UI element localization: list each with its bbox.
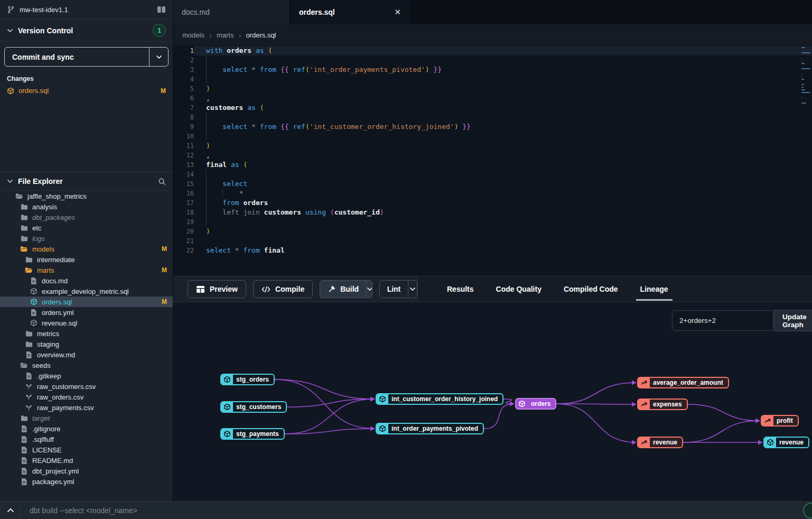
result-tab-code-quality[interactable]: Code Quality <box>496 276 542 302</box>
code-editor[interactable]: 1with orders as (23 select * from {{ ref… <box>173 45 812 276</box>
tree-item-models[interactable]: modelsM <box>0 244 173 254</box>
tree-item-label: overview.md <box>37 351 75 359</box>
tree-item-orders-yml[interactable]: orders.yml <box>0 307 173 318</box>
update-graph-button[interactable]: Update Graph <box>774 310 812 331</box>
lineage-node-revenue_metric[interactable]: revenue <box>637 437 683 448</box>
tree-item-packages-yml[interactable]: packages.yml <box>0 476 173 487</box>
modified-badge: M <box>162 298 167 305</box>
build-button[interactable]: Build <box>320 280 372 298</box>
tree-item-raw-orders-csv[interactable]: raw_orders.csv <box>0 392 173 402</box>
tree-item-raw-payments-csv[interactable]: raw_payments.csv <box>0 402 173 413</box>
file-icon <box>20 436 29 443</box>
tree-item-seeds[interactable]: seeds <box>0 360 173 370</box>
line-number: 1 <box>173 46 194 55</box>
tab-docs-md[interactable]: docs.md <box>173 0 291 24</box>
tree-item-example-develop-metric-sql[interactable]: example_develop_metric.sql <box>0 286 173 296</box>
result-tab-lineage[interactable]: Lineage <box>640 276 668 302</box>
metric-chart-icon <box>638 378 650 387</box>
tab-orders-sql[interactable]: orders.sql✕ <box>291 0 410 24</box>
close-tab-icon[interactable]: ✕ <box>394 7 401 17</box>
code-line-content: customers as ( <box>206 103 264 113</box>
compile-button[interactable]: Compile <box>253 280 313 298</box>
lineage-node-profit[interactable]: profit <box>761 415 799 427</box>
metric-chart-icon <box>638 400 650 409</box>
result-tab-results[interactable]: Results <box>447 276 474 302</box>
code-line-14: 14 <box>173 170 812 179</box>
tree-item-overview-md[interactable]: overview.md <box>0 349 173 360</box>
tree-item-target[interactable]: target <box>0 413 173 423</box>
changes-label: Changes <box>0 71 173 85</box>
changed-file-row[interactable]: orders.sql M <box>0 85 173 96</box>
file-icon <box>20 447 29 453</box>
command-bar-expand-icon[interactable] <box>0 502 21 519</box>
line-number: 11 <box>173 141 194 151</box>
tree-item--sqlfluff[interactable]: .sqlfluff <box>0 434 173 444</box>
tree-item-logs[interactable]: logs <box>0 233 173 244</box>
panels-toggle-icon[interactable] <box>157 6 166 13</box>
tree-item-dbt-packages[interactable]: dbt_packages <box>0 212 173 223</box>
breadcrumb-item[interactable]: marts <box>217 31 234 39</box>
tree-item-analysis[interactable]: analysis <box>0 201 173 212</box>
file-tree: jaffle_shop_metricsanalysisdbt_packagese… <box>0 186 173 501</box>
tree-item-marts[interactable]: martsM <box>0 265 173 275</box>
lineage-node-int_order_payments_pivoted[interactable]: int_order_payments_pivoted <box>376 423 484 434</box>
version-control-header[interactable]: Version Control 1 <box>0 20 173 42</box>
modified-badge: M <box>161 87 166 95</box>
lineage-node-orders[interactable]: orders <box>515 398 556 410</box>
file-icon <box>29 309 38 316</box>
tree-item-readme-md[interactable]: README.md <box>0 455 173 466</box>
lineage-edge-stg_orders-to-int_customer_order_history_joined <box>275 379 375 399</box>
lineage-node-revenue_model[interactable]: revenue <box>763 437 809 448</box>
tree-item-etc[interactable]: etc <box>0 223 173 233</box>
lineage-node-label: int_customer_order_history_joined <box>388 394 502 404</box>
code-line-content: ) <box>206 227 210 236</box>
lineage-node-int_customer_order_history_joined[interactable]: int_customer_order_history_joined <box>376 393 503 405</box>
tree-item-staging[interactable]: staging <box>0 339 173 349</box>
editor-tabbar: docs.mdorders.sql✕ <box>173 0 812 24</box>
tree-item-raw-customers-csv[interactable]: raw_customers.csv <box>0 381 173 392</box>
chevron-down-icon <box>7 29 13 33</box>
lineage-node-expenses[interactable]: expenses <box>637 398 688 410</box>
code-line-4: 4 <box>173 75 812 84</box>
line-number: 21 <box>173 236 194 246</box>
search-icon[interactable] <box>158 178 166 186</box>
tree-item-orders-sql[interactable]: orders.sqlM <box>0 296 173 307</box>
lineage-selector-input[interactable]: 2+orders+2 <box>672 310 773 331</box>
lineage-node-stg_orders[interactable]: stg_orders <box>220 374 275 385</box>
tree-item-intermediate[interactable]: intermediate <box>0 254 173 265</box>
file-icon <box>24 351 33 358</box>
file-icon <box>24 373 33 379</box>
lint-button[interactable]: Lint <box>379 280 417 298</box>
minimap-line <box>801 52 810 53</box>
tree-item-metrics[interactable]: metrics <box>0 328 173 339</box>
result-tabs: ResultsCode QualityCompiled CodeLineage <box>417 276 812 302</box>
commit-and-sync-button[interactable]: Commit and sync <box>4 47 169 67</box>
tree-item--gitignore[interactable]: .gitignore <box>0 423 173 434</box>
result-tab-compiled-code[interactable]: Compiled Code <box>564 276 618 302</box>
breadcrumb-item[interactable]: orders.sql <box>246 31 276 39</box>
line-number: 15 <box>173 179 194 189</box>
tree-item-label: packages.yml <box>32 478 74 486</box>
preview-button[interactable]: Preview <box>188 280 246 298</box>
lineage-node-stg_payments[interactable]: stg_payments <box>220 428 285 440</box>
breadcrumb-item[interactable]: models <box>182 31 204 39</box>
lineage-node-average_order_amount[interactable]: average_order_amount <box>637 377 729 388</box>
line-number: 3 <box>173 65 194 75</box>
indent-guide <box>206 198 207 208</box>
folder-icon <box>20 203 29 210</box>
tree-item-dbt-project-yml[interactable]: dbt_project.yml <box>0 466 173 476</box>
lineage-node-stg_customers[interactable]: stg_customers <box>220 401 287 413</box>
tree-item-license[interactable]: LICENSE <box>0 444 173 455</box>
tree-item-revenue-sql[interactable]: revenue.sql <box>0 318 173 328</box>
lint-options-caret[interactable] <box>408 281 417 298</box>
tree-item-label: README.md <box>32 457 73 465</box>
command-input[interactable]: dbt build --select <model_name> <box>21 506 812 515</box>
model-cube-icon <box>7 87 14 95</box>
line-number: 10 <box>173 132 194 141</box>
tree-item-docs-md[interactable]: docs.md <box>0 275 173 286</box>
build-options-caret[interactable] <box>366 281 372 298</box>
minimap[interactable] <box>800 47 811 105</box>
tree-item-jaffle-shop-metrics[interactable]: jaffle_shop_metrics <box>0 191 173 201</box>
tree-item--gitkeep[interactable]: .gitkeep <box>0 370 173 381</box>
commit-options-caret[interactable] <box>149 48 168 66</box>
